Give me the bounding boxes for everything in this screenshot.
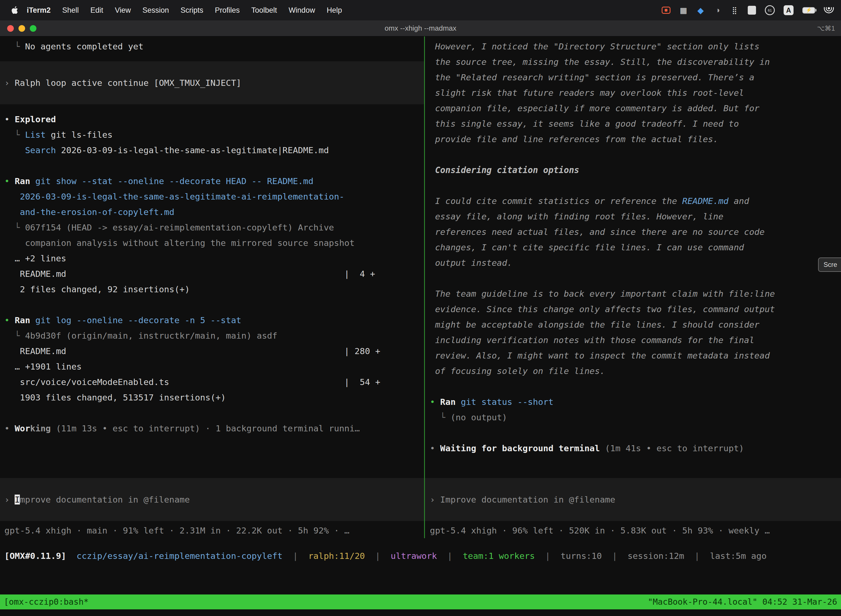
wifi-icon[interactable]	[824, 7, 834, 13]
menu-items: iTerm2ShellEditViewSessionScriptsProfile…	[21, 6, 348, 15]
blank-line	[4, 158, 424, 173]
terminal-line: README.md | 4 +	[4, 266, 424, 282]
terminal-line: and-the-erosion-of-copyleft.md	[4, 204, 424, 220]
terminal-line: output instead.	[430, 255, 841, 270]
dark-app-icon[interactable]: ◑	[714, 5, 722, 15]
terminal-line: … +1901 lines	[4, 359, 424, 374]
terminal-line: └ No agents completed yet	[4, 39, 424, 54]
terminal-line: └ (no output)	[430, 409, 841, 425]
prompt-input[interactable]: › Improve documentation in @filename	[425, 478, 841, 521]
terminal-line: 2 files changed, 92 insertions(+)	[4, 282, 424, 297]
tmux-panes: └ No agents completed yet› Ralph loop ac…	[0, 37, 841, 538]
terminal-line: Search 2026-03-09-is-legal-the-same-as-l…	[4, 142, 424, 158]
terminal-line: README.md | 280 +	[4, 343, 424, 359]
grid-icon[interactable]: ▦	[679, 5, 687, 15]
terminal-line: slight risk that future readers may over…	[430, 85, 841, 100]
terminal-line: of focusing solely on file lines.	[430, 363, 841, 378]
terminal-line: companion file, especially if more comme…	[430, 100, 841, 116]
menu-item-view[interactable]: View	[109, 6, 136, 15]
menu-item-iterm2[interactable]: iTerm2	[21, 6, 57, 15]
terminal-line: 2026-03-09-is-legal-the-same-as-legitima…	[4, 189, 424, 204]
omx-status-bar: [OMX#0.11.9] cczip/essay/ai-reimplementa…	[4, 548, 766, 563]
session-status-line: gpt-5.4 xhigh · 96% left · 520K in · 5.8…	[430, 521, 841, 538]
dots-grid-icon[interactable]: ⣿	[731, 5, 739, 15]
blank-line	[4, 297, 424, 312]
prompt-input[interactable]: › Improve documentation in @filename	[0, 478, 424, 521]
window-title: omx --xhigh --madmax	[385, 24, 456, 32]
terminal-line: The team guideline is to back every impo…	[430, 286, 841, 301]
screen: iTerm2ShellEditViewSessionScriptsProfile…	[0, 0, 841, 616]
right-pane[interactable]: However, I noticed the "Directory Struct…	[425, 37, 841, 538]
terminal-line: essay file, along with finding root file…	[430, 209, 841, 224]
blank-line	[430, 270, 841, 286]
window-hotkey-label: ⌥⌘1	[817, 25, 841, 32]
menu-item-help[interactable]: Help	[321, 6, 348, 15]
blank-line	[430, 425, 841, 440]
terminal-line: └ 4b9d30f (origin/main, instructkr/main,…	[4, 328, 424, 343]
menu-item-toolbelt[interactable]: Toolbelt	[246, 6, 283, 15]
terminal-line: I could cite commit statistics or refere…	[430, 193, 841, 209]
terminal-line: Considering citation options	[430, 162, 841, 178]
terminal-line: companion analysis without altering the …	[4, 235, 424, 251]
terminal-line: • Explored	[4, 111, 424, 127]
battery-percent-icon[interactable]: 61	[765, 5, 775, 15]
tmux-status-bar: [omx-cczip0:bash* "MacBook-Pro-44.local"…	[0, 594, 841, 609]
terminal-line: provide file and line references from th…	[430, 131, 841, 147]
menu-item-edit[interactable]: Edit	[85, 6, 109, 15]
terminal-line: the source tree, missing the essay. Stil…	[430, 54, 841, 70]
ralph-banner: › Ralph loop active continue [OMX_TMUX_I…	[0, 61, 424, 104]
terminal-line: 1903 files changed, 513517 insertions(+)	[4, 390, 424, 405]
close-button[interactable]	[7, 25, 14, 32]
terminal-line: However, I noticed the "Directory Struct…	[430, 39, 841, 54]
terminal-line: • Waiting for background terminal (1m 41…	[430, 440, 841, 456]
key-icon[interactable]	[748, 6, 756, 15]
terminal: └ No agents completed yet› Ralph loop ac…	[0, 37, 841, 616]
terminal-line: • Ran git log --oneline --decorate -n 5 …	[4, 312, 424, 328]
screen-recording-icon[interactable]	[662, 7, 671, 14]
blank-line	[430, 147, 841, 162]
menu-item-scripts[interactable]: Scripts	[175, 6, 209, 15]
terminal-line: might be acceptable alongside the file l…	[430, 317, 841, 332]
tmux-host-clock: "MacBook-Pro-44.local" 04:52 31-Mar-26	[648, 594, 837, 610]
menu-item-shell[interactable]: Shell	[57, 6, 85, 15]
apple-menu-icon[interactable]	[11, 6, 18, 14]
terminal-line: … +2 lines	[4, 251, 424, 266]
terminal-line: the "Related research writing" section i…	[430, 70, 841, 85]
battery-icon[interactable]	[802, 7, 815, 13]
terminal-line: └ 067f154 (HEAD -> essay/ai-reimplementa…	[4, 220, 424, 235]
window-title-bar[interactable]: omx --xhigh --madmax ⌥⌘1	[0, 21, 841, 37]
blank-line	[430, 378, 841, 394]
menu-bar: iTerm2ShellEditViewSessionScriptsProfile…	[0, 0, 841, 21]
tmux-session-label: [omx-cczip0:bash*	[4, 594, 89, 610]
blank-line	[4, 405, 424, 421]
terminal-line: • Working (11m 13s • esc to interrupt) ·…	[4, 421, 424, 436]
menu-item-window[interactable]: Window	[283, 6, 321, 15]
zoom-button[interactable]	[30, 25, 37, 32]
minimize-button[interactable]	[19, 25, 25, 32]
left-pane[interactable]: └ No agents completed yet› Ralph loop ac…	[0, 37, 424, 538]
blank-line	[430, 178, 841, 193]
terminal-line: including verification notes with those …	[430, 332, 841, 348]
menu-item-session[interactable]: Session	[136, 6, 175, 15]
window-controls	[0, 25, 37, 32]
terminal-line: evidence. Since this change only affects…	[430, 301, 841, 317]
terminal-line: this single essay, it seems like a good …	[430, 116, 841, 131]
terminal-line: references need actual files, and since …	[430, 224, 841, 239]
session-status-line: gpt-5.4 xhigh · main · 91% left · 2.31M …	[4, 521, 424, 538]
terminal-line: src/voice/voiceModeEnabled.ts | 54 +	[4, 374, 424, 390]
menu-item-profiles[interactable]: Profiles	[209, 6, 246, 15]
input-source-icon[interactable]: A	[784, 5, 794, 15]
terminal-line: • Ran git status --short	[430, 394, 841, 409]
terminal-line: • Ran git show --stat --oneline --decora…	[4, 173, 424, 189]
screen-share-tooltip: Scre	[818, 258, 841, 272]
menubar-status-icons: ▦◆◑⣿61A	[662, 5, 834, 15]
terminal-line: review. Also, I might want to inspect th…	[430, 348, 841, 363]
terminal-line: └ List git ls-files	[4, 127, 424, 142]
terminal-line: changes, I can't cite specific file line…	[430, 239, 841, 255]
blue-app-icon[interactable]: ◆	[696, 5, 705, 15]
